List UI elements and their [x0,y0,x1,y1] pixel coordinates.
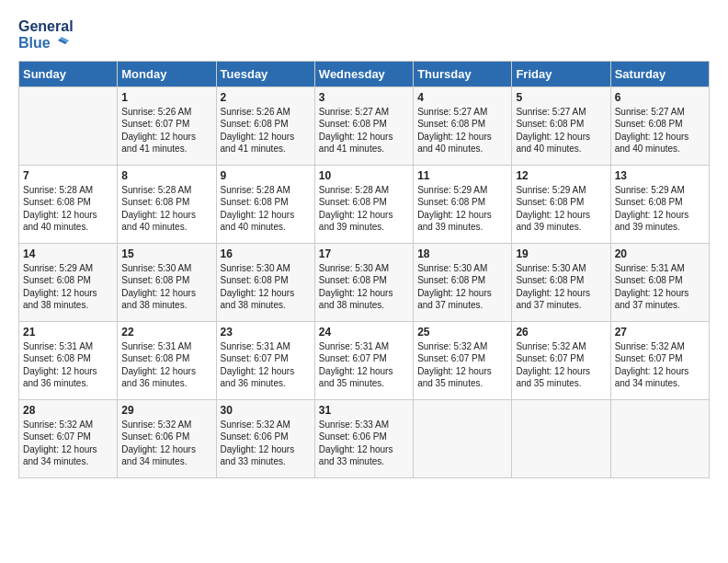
day-info: Sunrise: 5:27 AMSunset: 6:08 PMDaylight:… [417,106,507,155]
day-number: 17 [319,247,409,260]
logo: General Blue [18,18,74,52]
day-number: 22 [121,326,211,339]
calendar-cell: 18Sunrise: 5:30 AMSunset: 6:08 PMDayligh… [414,243,512,321]
day-number: 29 [121,404,211,417]
day-info: Sunrise: 5:31 AMSunset: 6:07 PMDaylight:… [319,340,409,390]
day-info: Sunrise: 5:31 AMSunset: 6:08 PMDaylight:… [23,340,113,390]
day-info: Sunrise: 5:27 AMSunset: 6:08 PMDaylight:… [319,106,409,155]
calendar-cell: 2Sunrise: 5:26 AMSunset: 6:08 PMDaylight… [216,86,314,165]
day-number: 2 [221,91,311,104]
day-number: 3 [319,91,409,104]
day-info: Sunrise: 5:33 AMSunset: 6:06 PMDaylight:… [319,419,409,468]
day-info: Sunrise: 5:29 AMSunset: 6:08 PMDaylight:… [516,184,606,234]
day-info: Sunrise: 5:30 AMSunset: 6:08 PMDaylight:… [319,262,409,312]
calendar-cell: 9Sunrise: 5:28 AMSunset: 6:08 PMDaylight… [216,165,314,243]
day-number: 26 [516,326,606,339]
day-number: 18 [417,247,507,260]
day-number: 27 [615,326,705,339]
weekday-header-saturday: Saturday [610,61,709,86]
page-header: General Blue [18,18,710,52]
calendar-cell [512,399,610,477]
calendar-cell: 12Sunrise: 5:29 AMSunset: 6:08 PMDayligh… [512,165,610,243]
day-number: 5 [516,91,606,104]
day-info: Sunrise: 5:30 AMSunset: 6:08 PMDaylight:… [516,262,606,312]
day-info: Sunrise: 5:31 AMSunset: 6:08 PMDaylight:… [615,262,705,312]
calendar-cell: 15Sunrise: 5:30 AMSunset: 6:08 PMDayligh… [118,243,216,321]
day-info: Sunrise: 5:30 AMSunset: 6:08 PMDaylight:… [417,262,507,312]
day-number: 19 [516,247,606,260]
day-info: Sunrise: 5:27 AMSunset: 6:08 PMDaylight:… [516,106,606,155]
weekday-header-sunday: Sunday [19,61,118,86]
logo: General Blue [18,18,74,52]
day-info: Sunrise: 5:26 AMSunset: 6:07 PMDaylight:… [121,106,211,155]
calendar-cell [19,86,118,165]
calendar-cell [414,399,512,477]
day-info: Sunrise: 5:28 AMSunset: 6:08 PMDaylight:… [23,184,113,234]
day-number: 9 [221,169,311,182]
day-number: 28 [23,404,113,417]
day-number: 14 [23,247,113,260]
day-info: Sunrise: 5:29 AMSunset: 6:08 PMDaylight:… [615,184,705,234]
weekday-header-monday: Monday [118,61,216,86]
weekday-header-friday: Friday [512,61,610,86]
day-number: 6 [615,91,705,104]
day-info: Sunrise: 5:29 AMSunset: 6:08 PMDaylight:… [23,262,113,312]
day-info: Sunrise: 5:30 AMSunset: 6:08 PMDaylight:… [121,262,211,312]
calendar-cell: 4Sunrise: 5:27 AMSunset: 6:08 PMDaylight… [414,86,512,165]
day-info: Sunrise: 5:26 AMSunset: 6:08 PMDaylight:… [221,106,311,155]
calendar-cell: 14Sunrise: 5:29 AMSunset: 6:08 PMDayligh… [19,243,118,321]
day-number: 12 [516,169,606,182]
day-info: Sunrise: 5:32 AMSunset: 6:07 PMDaylight:… [23,419,113,468]
calendar-cell: 25Sunrise: 5:32 AMSunset: 6:07 PMDayligh… [414,321,512,399]
calendar-cell: 1Sunrise: 5:26 AMSunset: 6:07 PMDaylight… [118,86,216,165]
calendar-cell: 19Sunrise: 5:30 AMSunset: 6:08 PMDayligh… [512,243,610,321]
day-info: Sunrise: 5:32 AMSunset: 6:07 PMDaylight:… [417,340,507,390]
weekday-header-row: SundayMondayTuesdayWednesdayThursdayFrid… [19,61,710,86]
day-number: 10 [319,169,409,182]
day-info: Sunrise: 5:30 AMSunset: 6:08 PMDaylight:… [221,262,311,312]
weekday-header-tuesday: Tuesday [216,61,314,86]
day-info: Sunrise: 5:32 AMSunset: 6:07 PMDaylight:… [615,340,705,390]
calendar-cell: 7Sunrise: 5:28 AMSunset: 6:08 PMDaylight… [19,165,118,243]
calendar-table: SundayMondayTuesdayWednesdayThursdayFrid… [18,61,710,478]
day-info: Sunrise: 5:29 AMSunset: 6:08 PMDaylight:… [417,184,507,234]
calendar-cell: 28Sunrise: 5:32 AMSunset: 6:07 PMDayligh… [19,399,118,477]
calendar-cell: 6Sunrise: 5:27 AMSunset: 6:08 PMDaylight… [610,86,709,165]
day-number: 21 [23,326,113,339]
calendar-cell: 30Sunrise: 5:32 AMSunset: 6:06 PMDayligh… [216,399,314,477]
calendar-week-row: 1Sunrise: 5:26 AMSunset: 6:07 PMDaylight… [19,86,710,165]
day-number: 24 [319,326,409,339]
calendar-cell: 16Sunrise: 5:30 AMSunset: 6:08 PMDayligh… [216,243,314,321]
calendar-cell: 22Sunrise: 5:31 AMSunset: 6:08 PMDayligh… [118,321,216,399]
day-number: 25 [417,326,507,339]
calendar-cell: 3Sunrise: 5:27 AMSunset: 6:08 PMDaylight… [314,86,413,165]
weekday-header-thursday: Thursday [414,61,512,86]
day-number: 4 [417,91,507,104]
day-info: Sunrise: 5:28 AMSunset: 6:08 PMDaylight:… [221,184,311,234]
calendar-cell: 27Sunrise: 5:32 AMSunset: 6:07 PMDayligh… [610,321,709,399]
logo-text-general: General [18,18,74,35]
day-info: Sunrise: 5:32 AMSunset: 6:06 PMDaylight:… [221,419,311,468]
day-number: 15 [121,247,211,260]
day-number: 31 [319,404,409,417]
logo-text-blue: Blue [18,35,51,52]
calendar-cell: 26Sunrise: 5:32 AMSunset: 6:07 PMDayligh… [512,321,610,399]
day-info: Sunrise: 5:31 AMSunset: 6:07 PMDaylight:… [221,340,311,390]
calendar-cell: 17Sunrise: 5:30 AMSunset: 6:08 PMDayligh… [314,243,413,321]
calendar-cell: 10Sunrise: 5:28 AMSunset: 6:08 PMDayligh… [314,165,413,243]
calendar-cell: 23Sunrise: 5:31 AMSunset: 6:07 PMDayligh… [216,321,314,399]
day-number: 8 [121,169,211,182]
day-number: 1 [121,91,211,104]
day-info: Sunrise: 5:32 AMSunset: 6:06 PMDaylight:… [121,419,211,468]
day-number: 13 [615,169,705,182]
calendar-cell: 11Sunrise: 5:29 AMSunset: 6:08 PMDayligh… [414,165,512,243]
calendar-cell [610,399,709,477]
day-number: 30 [221,404,311,417]
day-info: Sunrise: 5:27 AMSunset: 6:08 PMDaylight:… [615,106,705,155]
calendar-cell: 24Sunrise: 5:31 AMSunset: 6:07 PMDayligh… [314,321,413,399]
day-info: Sunrise: 5:31 AMSunset: 6:08 PMDaylight:… [121,340,211,390]
calendar-cell: 31Sunrise: 5:33 AMSunset: 6:06 PMDayligh… [314,399,413,477]
day-number: 11 [417,169,507,182]
calendar-cell: 8Sunrise: 5:28 AMSunset: 6:08 PMDaylight… [118,165,216,243]
day-info: Sunrise: 5:28 AMSunset: 6:08 PMDaylight:… [319,184,409,234]
